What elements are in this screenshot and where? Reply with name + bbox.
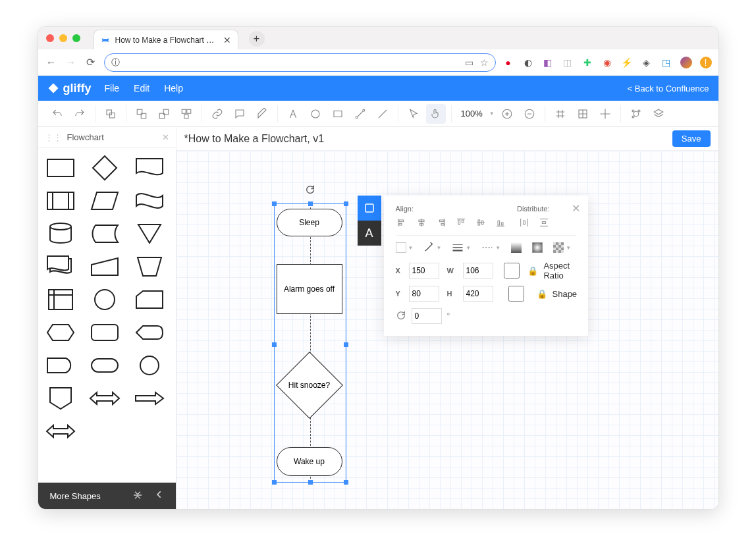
shape-arrow-right[interactable]	[134, 386, 165, 410]
stroke-weight-picker[interactable]: ▼	[452, 243, 471, 252]
resize-handle[interactable]	[308, 480, 313, 485]
zoom-in-button[interactable]	[497, 104, 517, 124]
align-center-h-icon[interactable]	[416, 217, 427, 228]
rotate-handle-icon[interactable]	[305, 184, 315, 195]
browser-tab[interactable]: How to Make a Flowchart with ✕	[94, 30, 238, 49]
angle-input[interactable]	[412, 308, 442, 324]
stroke-style-picker[interactable]: ▼	[481, 245, 500, 251]
sidebar-close-icon[interactable]: ✕	[162, 132, 169, 142]
theme-button[interactable]	[626, 104, 646, 124]
menu-file[interactable]: File	[105, 83, 120, 93]
layers-button[interactable]	[649, 104, 668, 124]
align-bottom-icon[interactable]	[495, 217, 506, 228]
link-button[interactable]	[207, 104, 227, 124]
reload-icon[interactable]: ⟳	[84, 56, 97, 68]
shape-data[interactable]	[89, 189, 121, 213]
comment-button[interactable]	[230, 104, 250, 124]
radial-fill-icon[interactable]	[532, 242, 543, 253]
more-shapes-button[interactable]: More Shapes	[50, 491, 101, 501]
resize-handle[interactable]	[272, 201, 277, 206]
fill-color-picker[interactable]: ▼	[396, 242, 414, 253]
shape-manual-op[interactable]	[134, 255, 165, 279]
shape-display[interactable]	[134, 321, 165, 344]
close-window-icon[interactable]	[46, 34, 54, 42]
bookmark-star-icon[interactable]: ☆	[480, 57, 489, 68]
shape-predefined[interactable]	[45, 189, 76, 213]
shape-paper-tape[interactable]	[134, 189, 165, 213]
fullscreen-window-icon[interactable]	[72, 34, 80, 42]
shape-extract[interactable]	[134, 222, 165, 246]
h-input[interactable]	[463, 286, 493, 302]
extension-icon-6[interactable]: ◈	[641, 57, 653, 68]
circle-tool-button[interactable]	[306, 104, 325, 124]
resize-handle[interactable]	[344, 342, 348, 347]
pinterest-icon[interactable]: ●	[502, 57, 514, 68]
rect-tool-button[interactable]	[328, 104, 348, 124]
gliffy-logo[interactable]: gliffy	[47, 82, 92, 95]
shape-arrow-bidir[interactable]	[45, 419, 76, 443]
line-tool-button[interactable]	[373, 104, 392, 124]
extension-icon-3[interactable]: ✚	[581, 57, 593, 68]
stroke-color-picker[interactable]: ▼	[423, 242, 441, 253]
undo-button[interactable]	[47, 104, 67, 124]
pan-tool-button[interactable]	[426, 104, 446, 124]
shape-lock-checkbox[interactable]	[501, 286, 531, 302]
extension-icon-7[interactable]: ◳	[661, 57, 672, 68]
shape-document[interactable]	[134, 156, 165, 180]
extension-icon-5[interactable]: ⚡	[621, 57, 633, 68]
selection-box[interactable]	[274, 203, 346, 483]
menu-help[interactable]: Help	[164, 83, 183, 93]
save-button[interactable]: Save	[672, 130, 711, 147]
popup-note-button[interactable]	[252, 104, 272, 124]
zoom-out-button[interactable]	[520, 104, 539, 124]
group-button[interactable]	[101, 104, 121, 124]
shape-process[interactable]	[45, 156, 76, 180]
arrange-button[interactable]	[176, 104, 196, 124]
tab-close-icon[interactable]: ✕	[223, 35, 231, 45]
extension-icon-2[interactable]: ◫	[562, 57, 574, 68]
profile-avatar[interactable]	[680, 57, 692, 68]
panel-close-icon[interactable]: ✕	[572, 202, 580, 215]
node-alarm[interactable]: Alarm goes off	[277, 264, 342, 314]
resize-handle[interactable]	[344, 480, 348, 485]
new-tab-button[interactable]: +	[249, 31, 265, 47]
extension-icon-4[interactable]: ◉	[601, 57, 613, 68]
node-sleep[interactable]: Sleep	[277, 209, 342, 236]
shape-internal-storage[interactable]	[45, 288, 76, 311]
distribute-h-icon[interactable]	[518, 217, 530, 228]
shape-arrow-left-right[interactable]	[89, 386, 121, 410]
update-badge-icon[interactable]: !	[700, 57, 712, 68]
text-format-tab[interactable]: A	[358, 221, 381, 246]
back-icon[interactable]: ←	[45, 57, 58, 68]
grid-button[interactable]	[551, 104, 570, 124]
shape-delay[interactable]	[45, 354, 76, 377]
shape-database[interactable]	[45, 222, 76, 246]
align-top-icon[interactable]	[455, 217, 467, 228]
chevron-left-icon[interactable]	[155, 490, 164, 502]
dark-mode-icon[interactable]: ◐	[522, 57, 534, 68]
shape-alt-process[interactable]	[89, 321, 121, 344]
align-right-icon[interactable]	[435, 217, 447, 228]
shape-multi-document[interactable]	[45, 255, 76, 279]
canvas[interactable]: Sleep Alarm goes off Hit snooze? Wake up	[176, 151, 718, 509]
shape-or[interactable]	[134, 354, 165, 377]
collapse-shapes-icon[interactable]	[132, 490, 143, 502]
shape-terminator[interactable]	[89, 354, 121, 377]
drag-grip-icon[interactable]: ⋮⋮	[45, 132, 62, 142]
zoom-level[interactable]: 100%	[457, 109, 487, 119]
shape-decision[interactable]	[89, 156, 121, 180]
reader-mode-icon[interactable]: ▭	[465, 57, 473, 68]
text-tool-button[interactable]	[283, 104, 303, 124]
shape-connector-circle[interactable]	[89, 288, 121, 311]
x-input[interactable]	[409, 263, 439, 279]
resize-handle[interactable]	[272, 342, 277, 347]
address-bar[interactable]: ⓘ ▭ ☆	[104, 53, 496, 72]
pattern-fill-picker[interactable]: ▼	[553, 242, 571, 253]
shape-preparation[interactable]	[45, 321, 76, 344]
menu-edit[interactable]: Edit	[134, 83, 149, 93]
align-center-v-icon[interactable]	[475, 217, 487, 228]
shape-manual-input[interactable]	[89, 255, 121, 279]
connector-tool-button[interactable]	[350, 104, 370, 124]
gradient-fill-icon[interactable]	[511, 242, 522, 253]
bring-front-button[interactable]	[132, 104, 151, 124]
